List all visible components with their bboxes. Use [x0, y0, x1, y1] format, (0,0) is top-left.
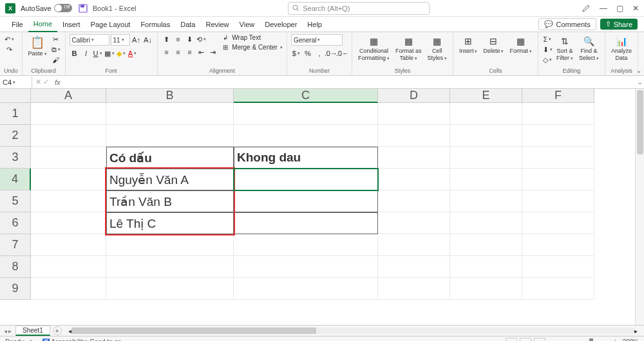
cell-F1[interactable]	[522, 103, 594, 125]
cell-B3[interactable]: Có dấu	[106, 147, 234, 169]
tab-review[interactable]: Review	[200, 17, 234, 32]
cell-F9[interactable]	[522, 278, 594, 300]
increase-indent-button[interactable]: ⇥	[208, 47, 218, 57]
cell-D5[interactable]	[378, 190, 450, 212]
enter-formula-icon[interactable]: ✓	[43, 78, 49, 86]
cell-B7[interactable]	[106, 234, 234, 256]
cell-C7[interactable]	[234, 234, 378, 256]
align-middle-button[interactable]: ≡	[173, 34, 184, 44]
horizontal-scrollbar[interactable]: ◂▸	[62, 327, 644, 335]
cell-D9[interactable]	[378, 278, 450, 300]
insert-cells-button[interactable]: ⊞ Insert	[457, 34, 480, 55]
cell-C4[interactable]	[234, 169, 378, 190]
fill-button[interactable]: ⬇	[542, 44, 553, 55]
row-header-2[interactable]: 2	[0, 125, 31, 147]
sort-filter-button[interactable]: ⇅ Sort & Filter	[554, 34, 575, 62]
tab-developer[interactable]: Developer	[260, 17, 302, 32]
normal-view-button[interactable]	[506, 338, 517, 342]
tab-view[interactable]: View	[234, 17, 260, 32]
col-header-D[interactable]: D	[378, 89, 450, 103]
cell-C5[interactable]	[234, 190, 378, 212]
undo-button[interactable]: ↶	[4, 34, 14, 44]
cell-F3[interactable]	[522, 147, 594, 169]
conditional-formatting-button[interactable]: ▦ Conditional Formatting	[356, 34, 392, 62]
fill-color-button[interactable]: ◆	[116, 48, 126, 59]
page-layout-view-button[interactable]	[520, 338, 531, 342]
cell-F7[interactable]	[522, 234, 594, 256]
sheet-tab-1[interactable]: Sheet1	[15, 326, 50, 336]
cell-A6[interactable]	[31, 212, 106, 234]
cell-B4[interactable]: Nguyễn Văn A	[106, 169, 234, 190]
cell-styles-button[interactable]: ▦ Cell Styles	[425, 34, 449, 62]
cell-E8[interactable]	[450, 256, 522, 278]
percent-format-button[interactable]: %	[303, 48, 313, 59]
cell-D2[interactable]	[378, 125, 450, 147]
row-header-9[interactable]: 9	[0, 278, 31, 300]
cell-D1[interactable]	[378, 103, 450, 125]
redo-button[interactable]: ↷	[4, 44, 14, 55]
increase-decimal-button[interactable]: .0→	[326, 48, 336, 59]
tab-help[interactable]: Help	[302, 17, 327, 32]
cell-E3[interactable]	[450, 147, 522, 169]
col-header-C[interactable]: C	[234, 89, 378, 103]
cell-A4[interactable]	[31, 169, 106, 190]
cell-F8[interactable]	[522, 256, 594, 278]
cell-B6[interactable]: Lê Thị C	[106, 212, 234, 234]
row-header-3[interactable]: 3	[0, 147, 31, 169]
cell-D3[interactable]	[378, 147, 450, 169]
cell-C8[interactable]	[234, 256, 378, 278]
orientation-button[interactable]: ⟲	[196, 34, 207, 44]
align-top-button[interactable]: ⬆	[162, 34, 172, 44]
cell-A7[interactable]	[31, 234, 106, 256]
tab-data[interactable]: Data	[175, 17, 200, 32]
row-header-7[interactable]: 7	[0, 234, 31, 256]
close-icon[interactable]: ✕	[632, 4, 639, 13]
cell-D7[interactable]	[378, 234, 450, 256]
analyze-data-button[interactable]: 📊 Analyze Data	[609, 34, 634, 62]
delete-cells-button[interactable]: ⊟ Delete	[481, 34, 506, 55]
comma-format-button[interactable]: ,	[314, 48, 325, 59]
zoom-level[interactable]: 280%	[622, 338, 639, 341]
col-header-F[interactable]: F	[522, 89, 594, 103]
format-as-table-button[interactable]: ▦ Format as Table	[393, 34, 424, 62]
cell-B5[interactable]: Trần Văn B	[106, 190, 234, 212]
search-box[interactable]: Search (Alt+Q)	[288, 2, 430, 15]
font-color-button[interactable]: A	[128, 48, 138, 59]
decrease-decimal-button[interactable]: .0←	[337, 48, 348, 59]
cell-E2[interactable]	[450, 125, 522, 147]
cell-A1[interactable]	[31, 103, 106, 125]
cell-A5[interactable]	[31, 190, 106, 212]
cell-A2[interactable]	[31, 125, 106, 147]
cancel-formula-icon[interactable]: ✕	[35, 78, 41, 86]
tab-insert[interactable]: Insert	[57, 17, 86, 32]
row-header-1[interactable]: 1	[0, 103, 31, 125]
cell-E4[interactable]	[450, 169, 522, 190]
share-button[interactable]: ⇧Share	[600, 19, 638, 30]
select-all-corner[interactable]	[0, 89, 31, 103]
formula-expand-button[interactable]: ⌄	[635, 78, 644, 86]
tab-home[interactable]: Home	[28, 17, 57, 32]
italic-button[interactable]: I	[81, 48, 91, 59]
add-sheet-button[interactable]: +	[53, 326, 62, 335]
cell-E6[interactable]	[450, 212, 522, 234]
autosum-button[interactable]: Σ	[542, 34, 553, 44]
tab-page-layout[interactable]: Page Layout	[86, 17, 136, 32]
cell-D6[interactable]	[378, 212, 450, 234]
cell-B8[interactable]	[106, 256, 234, 278]
cell-A3[interactable]	[31, 147, 106, 169]
decrease-font-button[interactable]: A↓	[143, 35, 153, 45]
format-painter-button[interactable]: 🖌	[51, 55, 61, 65]
find-select-button[interactable]: 🔍 Find & Select	[577, 34, 601, 62]
format-cells-button[interactable]: ▦ Format	[507, 34, 534, 55]
cell-A8[interactable]	[31, 256, 106, 278]
ribbon-collapse-button[interactable]: ⌄	[636, 67, 641, 74]
cell-F2[interactable]	[522, 125, 594, 147]
cell-D8[interactable]	[378, 256, 450, 278]
row-header-8[interactable]: 8	[0, 256, 31, 278]
cell-E9[interactable]	[450, 278, 522, 300]
cell-E7[interactable]	[450, 234, 522, 256]
autosave-toggle[interactable]: Off	[54, 4, 72, 12]
cell-F4[interactable]	[522, 169, 594, 190]
cell-B1[interactable]	[106, 103, 234, 125]
tab-file[interactable]: File	[6, 17, 28, 32]
